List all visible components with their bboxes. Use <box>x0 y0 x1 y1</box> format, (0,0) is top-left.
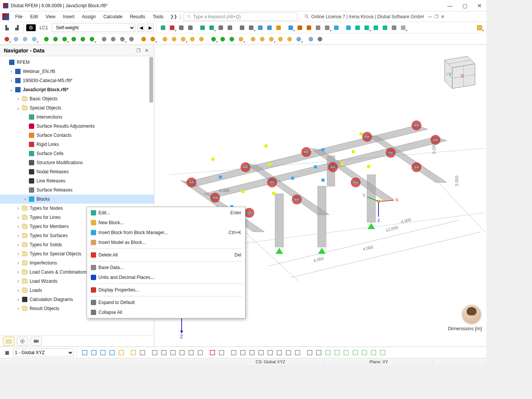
toolbar-icon[interactable] <box>266 348 275 357</box>
toolbar-icon[interactable] <box>247 348 256 357</box>
tree-item[interactable]: Line Releases <box>0 176 154 185</box>
toolbar-icon[interactable]: ▟ <box>12 23 21 32</box>
toolbar-icon[interactable] <box>315 35 325 44</box>
toolbar-icon[interactable] <box>186 23 195 32</box>
toolbar-icon[interactable] <box>265 23 274 32</box>
toolbar-icon[interactable] <box>371 23 380 32</box>
toolbar-icon[interactable] <box>285 35 294 44</box>
toolbar-icon[interactable] <box>256 23 265 32</box>
toolbar-icon[interactable] <box>148 35 157 44</box>
toolbar-icon[interactable] <box>150 348 159 357</box>
nav-tab-data[interactable] <box>3 337 14 346</box>
toolbar-icon[interactable] <box>362 23 371 32</box>
toolbar-icon[interactable] <box>78 35 87 44</box>
view-cube[interactable]: X -Y <box>433 49 479 94</box>
toolbar-icon[interactable] <box>267 35 276 44</box>
toolbar-icon[interactable] <box>109 35 118 44</box>
toolbar-icon[interactable] <box>399 23 408 32</box>
toolbar-icon[interactable] <box>332 23 341 32</box>
toolbar-icon[interactable] <box>304 23 314 32</box>
toolbar-icon[interactable] <box>351 348 360 357</box>
toolbar-icon[interactable] <box>216 23 225 32</box>
toolbar-icon[interactable] <box>179 35 188 44</box>
toolbar-icon[interactable] <box>323 23 332 32</box>
context-menu-item[interactable]: Insert Model as Block... <box>87 238 245 247</box>
toolbar-icon[interactable] <box>138 348 147 357</box>
menu-edit[interactable]: Edit <box>26 13 42 21</box>
toolbar-icon[interactable] <box>238 348 247 357</box>
toolbar-icon[interactable] <box>274 23 283 32</box>
menu-assign[interactable]: Assign <box>78 13 100 21</box>
tree-item[interactable]: ⌄Special Objects <box>0 103 154 112</box>
global-search-input[interactable]: Type a keyword (Alt+Q) <box>184 13 298 21</box>
menu-calculate[interactable]: Calculate <box>100 13 126 21</box>
context-menu-item[interactable]: Display Properties... <box>87 285 245 295</box>
tree-item[interactable]: Surface Contacts <box>0 131 154 140</box>
tree-active-file[interactable]: ⌄JavaScript Block.rf6* <box>0 85 154 94</box>
loadcase-category-badge[interactable]: G <box>26 24 36 31</box>
toolbar-icon[interactable] <box>207 23 216 32</box>
toolbar-icon[interactable]: ▦ <box>2 348 11 357</box>
toolbar-icon[interactable] <box>236 35 245 44</box>
window-maximize-button[interactable]: ▢ <box>461 3 469 9</box>
loadcase-select[interactable]: Self-weight <box>52 24 135 32</box>
toolbar-icon[interactable] <box>177 23 186 32</box>
toolbar-icon[interactable] <box>249 35 258 44</box>
panel-float-button[interactable]: ❐ <box>135 48 142 53</box>
context-menu-item[interactable]: Expand to Default <box>87 298 245 307</box>
doc-minimize-button[interactable]: — <box>428 14 432 19</box>
toolbar-icon[interactable] <box>127 35 136 44</box>
tree-item[interactable]: ›190830-Cabezal-M5.rf6* <box>0 76 154 85</box>
tree-item[interactable]: Surface Cells <box>0 149 154 158</box>
toolbar-icon[interactable] <box>108 348 117 357</box>
scrollbar-thumb[interactable] <box>149 57 153 103</box>
menu-results[interactable]: Results <box>126 13 149 21</box>
toolbar-icon[interactable] <box>80 348 89 357</box>
toolbar-icon[interactable] <box>284 348 293 357</box>
toolbar-icon[interactable] <box>139 35 148 44</box>
menu-view[interactable]: View <box>42 13 59 21</box>
tree-item[interactable]: Rigid Links <box>0 140 154 149</box>
toolbar-icon[interactable] <box>218 35 227 44</box>
toolbar-icon[interactable] <box>198 23 207 32</box>
context-menu-item[interactable]: Units and Decimal Places... <box>87 272 245 282</box>
toolbar-icon[interactable] <box>196 348 205 357</box>
toolbar-icon[interactable] <box>129 348 138 357</box>
toolbar-icon[interactable]: ▙ <box>2 23 11 32</box>
toolbar-icon[interactable] <box>323 348 332 357</box>
toolbar-icon[interactable] <box>360 348 369 357</box>
tree-item[interactable]: Intersections <box>0 112 154 122</box>
menu-tools[interactable]: Tools <box>149 13 167 21</box>
toolbar-icon[interactable] <box>209 35 218 44</box>
context-menu-item[interactable]: Insert Block from Block Manager...Ctrl+K <box>87 228 245 238</box>
toolbar-icon[interactable] <box>342 348 351 357</box>
context-menu-item[interactable]: New Block... <box>87 218 245 228</box>
menu-insert[interactable]: Insert <box>59 13 78 21</box>
window-minimize-button[interactable]: — <box>446 3 454 9</box>
tree-item[interactable]: Nodal Releases <box>0 167 154 176</box>
toolbar-icon[interactable] <box>332 348 342 357</box>
tree-item-blocks[interactable]: ›Blocks <box>0 195 154 204</box>
menu-overflow-icon[interactable]: ❯❯ <box>168 14 179 19</box>
toolbar-icon[interactable] <box>247 23 256 32</box>
doc-close-button[interactable]: ✕ <box>441 14 445 19</box>
toolbar-icon[interactable] <box>118 35 127 44</box>
coordinate-system-select[interactable]: 1 - Global XYZ <box>13 348 74 357</box>
toolbar-icon[interactable] <box>208 348 217 357</box>
window-close-button[interactable]: ✕ <box>476 3 483 9</box>
toolbar-icon[interactable] <box>293 348 302 357</box>
toolbar-icon[interactable] <box>197 35 206 44</box>
toolbar-icon[interactable] <box>168 23 177 32</box>
toolbar-icon[interactable] <box>314 348 323 357</box>
tree-root[interactable]: RFEM <box>0 58 154 67</box>
toolbar-icon[interactable] <box>369 348 378 357</box>
toolbar-icon[interactable] <box>380 23 390 32</box>
toolbar-icon[interactable] <box>2 35 11 44</box>
loadcase-next-button[interactable]: ▶ <box>147 24 154 32</box>
toolbar-icon[interactable] <box>100 35 109 44</box>
toolbar-icon[interactable] <box>159 348 168 357</box>
toolbar-icon[interactable] <box>188 35 197 44</box>
toolbar-icon[interactable] <box>256 348 266 357</box>
toolbar-icon[interactable] <box>98 348 108 357</box>
tree-item[interactable]: ›Webinar_EN.rf6 <box>0 67 154 76</box>
